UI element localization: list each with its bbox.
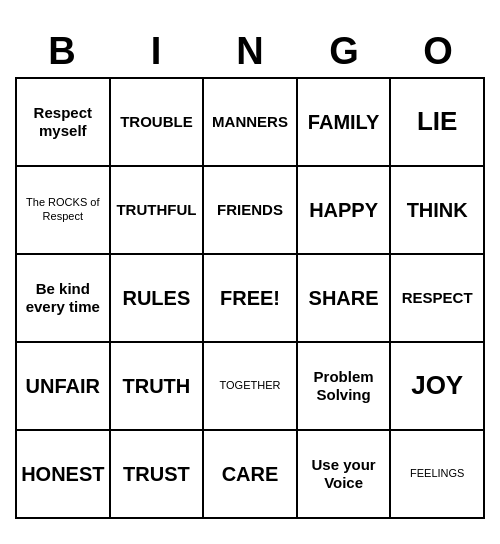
cell-text: TRUTH [123,374,191,398]
header-letter: I [109,26,203,77]
grid-cell-2-4: RESPECT [391,255,485,343]
grid-cell-1-3: HAPPY [298,167,392,255]
header-letter: O [391,26,485,77]
cell-text: TROUBLE [120,113,193,131]
grid-cell-2-2: FREE! [204,255,298,343]
cell-text: Use your Voice [301,456,387,492]
cell-text: CARE [222,462,279,486]
grid-cell-4-1: TRUST [111,431,205,519]
cell-text: FEELINGS [410,467,464,480]
bingo-header: BINGO [15,26,485,77]
cell-text: THINK [407,198,468,222]
grid-cell-3-1: TRUTH [111,343,205,431]
cell-text: LIE [417,106,457,137]
grid-cell-3-0: UNFAIR [17,343,111,431]
cell-text: Respect myself [20,104,106,140]
grid-cell-4-2: CARE [204,431,298,519]
grid-cell-0-0: Respect myself [17,79,111,167]
grid-cell-2-3: SHARE [298,255,392,343]
grid-cell-0-1: TROUBLE [111,79,205,167]
cell-text: Be kind every time [20,280,106,316]
cell-text: TOGETHER [220,379,281,392]
grid-cell-2-1: RULES [111,255,205,343]
cell-text: Problem Solving [301,368,387,404]
grid-cell-4-3: Use your Voice [298,431,392,519]
bingo-grid: Respect myselfTROUBLEMANNERSFAMILYLIEThe… [15,77,485,519]
cell-text: The ROCKS of Respect [20,196,106,222]
cell-text: FREE! [220,286,280,310]
grid-cell-3-3: Problem Solving [298,343,392,431]
grid-cell-1-2: FRIENDS [204,167,298,255]
cell-text: JOY [411,370,463,401]
cell-text: RULES [122,286,190,310]
grid-cell-3-4: JOY [391,343,485,431]
cell-text: SHARE [309,286,379,310]
grid-cell-0-4: LIE [391,79,485,167]
header-letter: G [297,26,391,77]
grid-cell-0-2: MANNERS [204,79,298,167]
header-letter: N [203,26,297,77]
grid-cell-4-4: FEELINGS [391,431,485,519]
grid-cell-2-0: Be kind every time [17,255,111,343]
grid-cell-3-2: TOGETHER [204,343,298,431]
grid-cell-0-3: FAMILY [298,79,392,167]
cell-text: HAPPY [309,198,378,222]
cell-text: FAMILY [308,110,380,134]
cell-text: MANNERS [212,113,288,131]
bingo-card: BINGO Respect myselfTROUBLEMANNERSFAMILY… [15,26,485,519]
cell-text: FRIENDS [217,201,283,219]
cell-text: TRUST [123,462,190,486]
grid-cell-1-1: TRUTHFUL [111,167,205,255]
header-letter: B [15,26,109,77]
cell-text: RESPECT [402,289,473,307]
grid-cell-1-0: The ROCKS of Respect [17,167,111,255]
cell-text: TRUTHFUL [116,201,196,219]
grid-cell-1-4: THINK [391,167,485,255]
grid-cell-4-0: HONEST [17,431,111,519]
cell-text: HONEST [21,462,104,486]
cell-text: UNFAIR [26,374,100,398]
